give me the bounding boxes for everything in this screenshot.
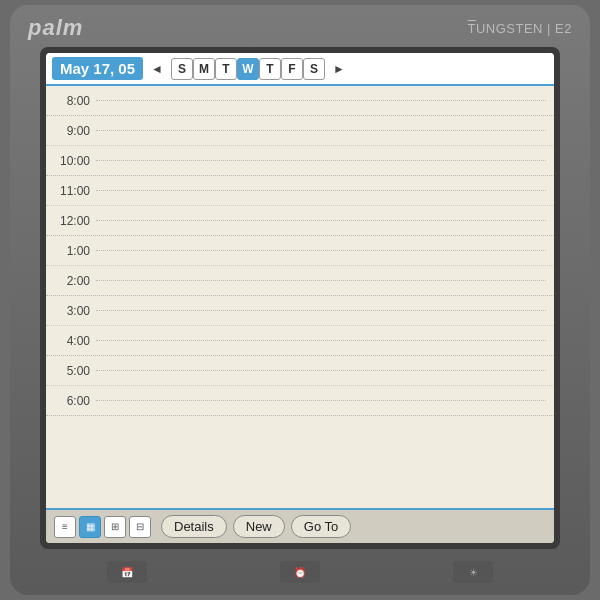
time-line (96, 130, 546, 131)
time-slot[interactable]: 11:00 (46, 176, 554, 206)
clock-bottom-icon: ⏰ (294, 567, 306, 578)
device-header: palm TUNGSTEN | E2 (20, 13, 580, 47)
time-label: 3:00 (54, 304, 96, 318)
prev-arrow-button[interactable]: ◄ (147, 60, 167, 78)
bottom-btn-left[interactable]: 📅 (107, 561, 147, 583)
time-slot[interactable]: 1:00 (46, 236, 554, 266)
brand-tungsten-t: T (467, 21, 475, 36)
time-slot[interactable]: 5:00 (46, 356, 554, 386)
toolbar: ≡▦⊞⊟ DetailsNewGo To (46, 508, 554, 543)
time-slots-container: 8:009:0010:0011:0012:001:002:003:004:005… (46, 86, 554, 508)
brand-tungsten: TUNGSTEN | E2 (467, 21, 572, 36)
time-line (96, 310, 546, 311)
brand-tungsten-rest: UNGSTEN (476, 21, 543, 36)
time-line (96, 190, 546, 191)
brand-model: E2 (555, 21, 572, 36)
time-label: 2:00 (54, 274, 96, 288)
time-line (96, 220, 546, 221)
time-line (96, 340, 546, 341)
time-slot[interactable]: 8:00 (46, 86, 554, 116)
week-view[interactable]: ⊞ (104, 516, 126, 538)
list-view[interactable]: ≡ (54, 516, 76, 538)
day-tab-t[interactable]: T (259, 58, 281, 80)
day-view[interactable]: ▦ (79, 516, 101, 538)
goto-button[interactable]: Go To (291, 515, 351, 538)
new-button[interactable]: New (233, 515, 285, 538)
bottom-btn-right[interactable]: ☀ (453, 561, 493, 583)
palm-device: palm TUNGSTEN | E2 May 17, 05 ◄ SMTWTFS … (10, 5, 590, 595)
time-line (96, 250, 546, 251)
time-line (96, 100, 546, 101)
day-tab-s[interactable]: S (171, 58, 193, 80)
device-bottom: 📅 ⏰ ☀ (20, 555, 580, 585)
view-icons: ≡▦⊞⊟ (54, 516, 151, 538)
time-slot[interactable]: 10:00 (46, 146, 554, 176)
date-badge[interactable]: May 17, 05 (52, 57, 143, 80)
day-tab-m[interactable]: M (193, 58, 215, 80)
day-tab-w[interactable]: W (237, 58, 259, 80)
time-label: 4:00 (54, 334, 96, 348)
time-slot[interactable]: 6:00 (46, 386, 554, 416)
time-slot[interactable]: 2:00 (46, 266, 554, 296)
day-tab-t[interactable]: T (215, 58, 237, 80)
time-label: 6:00 (54, 394, 96, 408)
bottom-btn-center[interactable]: ⏰ (280, 561, 320, 583)
time-label: 8:00 (54, 94, 96, 108)
time-label: 11:00 (54, 184, 96, 198)
time-line (96, 160, 546, 161)
time-slot[interactable]: 4:00 (46, 326, 554, 356)
time-slot[interactable]: 3:00 (46, 296, 554, 326)
time-label: 1:00 (54, 244, 96, 258)
next-arrow-button[interactable]: ► (329, 60, 349, 78)
time-label: 12:00 (54, 214, 96, 228)
calendar-header: May 17, 05 ◄ SMTWTFS ► (46, 53, 554, 86)
day-tab-f[interactable]: F (281, 58, 303, 80)
screen: May 17, 05 ◄ SMTWTFS ► 8:009:0010:0011:0… (46, 53, 554, 543)
time-slot[interactable]: 12:00 (46, 206, 554, 236)
time-line (96, 370, 546, 371)
brand-palm: palm (28, 15, 83, 41)
brightness-bottom-icon: ☀ (469, 567, 478, 578)
screen-bezel: May 17, 05 ◄ SMTWTFS ► 8:009:0010:0011:0… (40, 47, 560, 549)
details-button[interactable]: Details (161, 515, 227, 538)
time-label: 9:00 (54, 124, 96, 138)
time-label: 5:00 (54, 364, 96, 378)
calendar-bottom-icon: 📅 (121, 567, 133, 578)
time-label: 10:00 (54, 154, 96, 168)
day-tab-s[interactable]: S (303, 58, 325, 80)
time-line (96, 280, 546, 281)
time-line (96, 400, 546, 401)
time-slot[interactable]: 9:00 (46, 116, 554, 146)
month-view[interactable]: ⊟ (129, 516, 151, 538)
day-tabs: SMTWTFS (171, 58, 325, 80)
